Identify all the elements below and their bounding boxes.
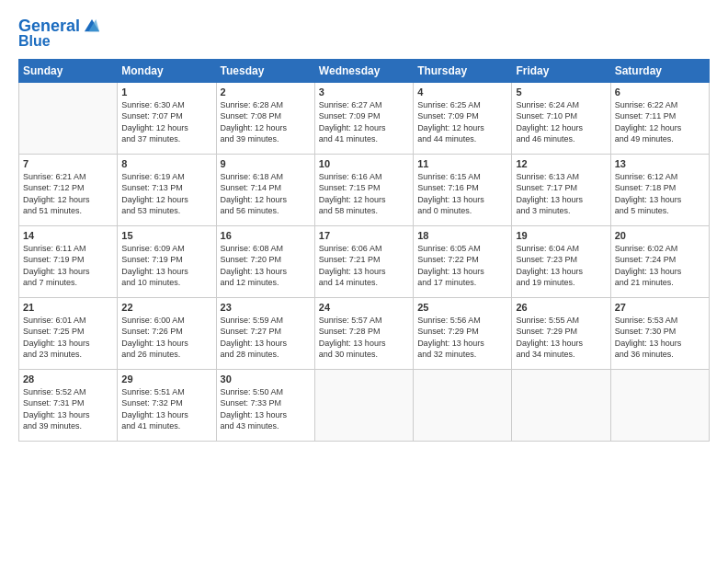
calendar-cell: 11Sunrise: 6:15 AM Sunset: 7:16 PM Dayli… <box>414 154 512 225</box>
day-number: 28 <box>23 373 113 385</box>
weekday-header: Saturday <box>610 59 709 82</box>
day-info: Sunrise: 6:22 AM Sunset: 7:11 PM Dayligh… <box>615 99 705 145</box>
calendar-cell: 17Sunrise: 6:06 AM Sunset: 7:21 PM Dayli… <box>314 225 413 297</box>
calendar-week: 1Sunrise: 6:30 AM Sunset: 7:07 PM Daylig… <box>19 82 710 154</box>
calendar-cell: 25Sunrise: 5:56 AM Sunset: 7:29 PM Dayli… <box>414 297 512 369</box>
calendar-cell: 6Sunrise: 6:22 AM Sunset: 7:11 PM Daylig… <box>610 82 709 154</box>
day-info: Sunrise: 6:00 AM Sunset: 7:26 PM Dayligh… <box>121 315 211 361</box>
calendar-cell: 1Sunrise: 6:30 AM Sunset: 7:07 PM Daylig… <box>118 82 216 154</box>
day-number: 6 <box>615 86 705 98</box>
calendar-week: 28Sunrise: 5:52 AM Sunset: 7:31 PM Dayli… <box>19 369 710 441</box>
day-number: 12 <box>516 158 606 169</box>
calendar: SundayMondayTuesdayWednesdayThursdayFrid… <box>18 59 710 442</box>
calendar-week: 7Sunrise: 6:21 AM Sunset: 7:12 PM Daylig… <box>19 154 710 225</box>
day-number: 5 <box>516 86 606 98</box>
calendar-cell: 13Sunrise: 6:12 AM Sunset: 7:18 PM Dayli… <box>610 154 709 225</box>
calendar-cell: 19Sunrise: 6:04 AM Sunset: 7:23 PM Dayli… <box>512 225 610 297</box>
logo-icon <box>82 17 102 37</box>
calendar-cell: 4Sunrise: 6:25 AM Sunset: 7:09 PM Daylig… <box>414 82 512 154</box>
day-number: 10 <box>319 158 409 169</box>
calendar-cell: 9Sunrise: 6:18 AM Sunset: 7:14 PM Daylig… <box>216 154 314 225</box>
calendar-header: SundayMondayTuesdayWednesdayThursdayFrid… <box>19 59 710 82</box>
day-number: 9 <box>221 158 311 169</box>
day-info: Sunrise: 6:15 AM Sunset: 7:16 PM Dayligh… <box>417 171 507 217</box>
calendar-cell: 8Sunrise: 6:19 AM Sunset: 7:13 PM Daylig… <box>118 154 216 225</box>
day-number: 19 <box>516 230 606 241</box>
calendar-cell: 21Sunrise: 6:01 AM Sunset: 7:25 PM Dayli… <box>19 297 118 369</box>
day-info: Sunrise: 5:59 AM Sunset: 7:27 PM Dayligh… <box>221 315 311 361</box>
calendar-cell <box>314 369 413 441</box>
calendar-week: 14Sunrise: 6:11 AM Sunset: 7:19 PM Dayli… <box>19 225 710 297</box>
day-number: 16 <box>221 230 311 241</box>
day-info: Sunrise: 6:13 AM Sunset: 7:17 PM Dayligh… <box>516 171 606 217</box>
day-number: 14 <box>23 230 113 241</box>
day-number: 24 <box>319 302 409 313</box>
day-number: 18 <box>417 230 507 241</box>
calendar-cell: 20Sunrise: 6:02 AM Sunset: 7:24 PM Dayli… <box>610 225 709 297</box>
day-number: 3 <box>319 86 409 98</box>
weekday-header: Tuesday <box>216 59 314 82</box>
calendar-cell <box>512 369 610 441</box>
calendar-cell: 14Sunrise: 6:11 AM Sunset: 7:19 PM Dayli… <box>19 225 118 297</box>
weekday-header: Monday <box>118 59 216 82</box>
day-info: Sunrise: 6:30 AM Sunset: 7:07 PM Dayligh… <box>121 99 211 145</box>
calendar-cell: 18Sunrise: 6:05 AM Sunset: 7:22 PM Dayli… <box>414 225 512 297</box>
day-number: 7 <box>23 158 113 169</box>
weekday-header: Friday <box>512 59 610 82</box>
calendar-cell <box>610 369 709 441</box>
day-number: 4 <box>417 86 507 98</box>
day-number: 22 <box>121 302 211 313</box>
calendar-cell: 15Sunrise: 6:09 AM Sunset: 7:19 PM Dayli… <box>118 225 216 297</box>
day-number: 2 <box>221 86 311 98</box>
calendar-cell <box>19 82 118 154</box>
day-info: Sunrise: 5:50 AM Sunset: 7:33 PM Dayligh… <box>221 386 311 432</box>
day-info: Sunrise: 5:55 AM Sunset: 7:29 PM Dayligh… <box>516 315 606 361</box>
day-info: Sunrise: 6:25 AM Sunset: 7:09 PM Dayligh… <box>417 99 507 145</box>
calendar-cell: 22Sunrise: 6:00 AM Sunset: 7:26 PM Dayli… <box>118 297 216 369</box>
day-number: 27 <box>615 302 705 313</box>
day-info: Sunrise: 5:53 AM Sunset: 7:30 PM Dayligh… <box>615 315 705 361</box>
day-info: Sunrise: 6:08 AM Sunset: 7:20 PM Dayligh… <box>221 243 311 289</box>
day-info: Sunrise: 6:06 AM Sunset: 7:21 PM Dayligh… <box>319 243 409 289</box>
day-info: Sunrise: 5:52 AM Sunset: 7:31 PM Dayligh… <box>23 386 113 432</box>
page: General Blue SundayMondayTuesdayWednesda… <box>0 0 728 563</box>
day-number: 21 <box>23 302 113 313</box>
day-info: Sunrise: 6:16 AM Sunset: 7:15 PM Dayligh… <box>319 171 409 217</box>
day-info: Sunrise: 6:01 AM Sunset: 7:25 PM Dayligh… <box>23 315 113 361</box>
day-info: Sunrise: 5:56 AM Sunset: 7:29 PM Dayligh… <box>417 315 507 361</box>
weekday-row: SundayMondayTuesdayWednesdayThursdayFrid… <box>19 59 710 82</box>
day-info: Sunrise: 6:11 AM Sunset: 7:19 PM Dayligh… <box>23 243 113 289</box>
weekday-header: Wednesday <box>314 59 413 82</box>
day-info: Sunrise: 6:21 AM Sunset: 7:12 PM Dayligh… <box>23 171 113 217</box>
calendar-cell: 5Sunrise: 6:24 AM Sunset: 7:10 PM Daylig… <box>512 82 610 154</box>
day-info: Sunrise: 5:57 AM Sunset: 7:28 PM Dayligh… <box>319 315 409 361</box>
calendar-cell: 30Sunrise: 5:50 AM Sunset: 7:33 PM Dayli… <box>216 369 314 441</box>
day-number: 13 <box>615 158 705 169</box>
day-number: 15 <box>121 230 211 241</box>
day-number: 30 <box>221 373 311 385</box>
calendar-cell: 26Sunrise: 5:55 AM Sunset: 7:29 PM Dayli… <box>512 297 610 369</box>
day-number: 11 <box>417 158 507 169</box>
day-number: 23 <box>221 302 311 313</box>
day-number: 29 <box>121 373 211 385</box>
calendar-cell: 16Sunrise: 6:08 AM Sunset: 7:20 PM Dayli… <box>216 225 314 297</box>
calendar-cell: 3Sunrise: 6:27 AM Sunset: 7:09 PM Daylig… <box>314 82 413 154</box>
weekday-header: Thursday <box>414 59 512 82</box>
day-info: Sunrise: 6:27 AM Sunset: 7:09 PM Dayligh… <box>319 99 409 145</box>
calendar-cell: 7Sunrise: 6:21 AM Sunset: 7:12 PM Daylig… <box>19 154 118 225</box>
calendar-cell <box>414 369 512 441</box>
day-number: 20 <box>615 230 705 241</box>
day-info: Sunrise: 6:09 AM Sunset: 7:19 PM Dayligh… <box>121 243 211 289</box>
day-number: 26 <box>516 302 606 313</box>
day-info: Sunrise: 6:28 AM Sunset: 7:08 PM Dayligh… <box>221 99 311 145</box>
calendar-cell: 23Sunrise: 5:59 AM Sunset: 7:27 PM Dayli… <box>216 297 314 369</box>
calendar-cell: 12Sunrise: 6:13 AM Sunset: 7:17 PM Dayli… <box>512 154 610 225</box>
calendar-cell: 27Sunrise: 5:53 AM Sunset: 7:30 PM Dayli… <box>610 297 709 369</box>
day-number: 25 <box>417 302 507 313</box>
day-number: 17 <box>319 230 409 241</box>
day-number: 8 <box>121 158 211 169</box>
day-info: Sunrise: 6:12 AM Sunset: 7:18 PM Dayligh… <box>615 171 705 217</box>
calendar-week: 21Sunrise: 6:01 AM Sunset: 7:25 PM Dayli… <box>19 297 710 369</box>
day-info: Sunrise: 6:24 AM Sunset: 7:10 PM Dayligh… <box>516 99 606 145</box>
day-info: Sunrise: 6:04 AM Sunset: 7:23 PM Dayligh… <box>516 243 606 289</box>
